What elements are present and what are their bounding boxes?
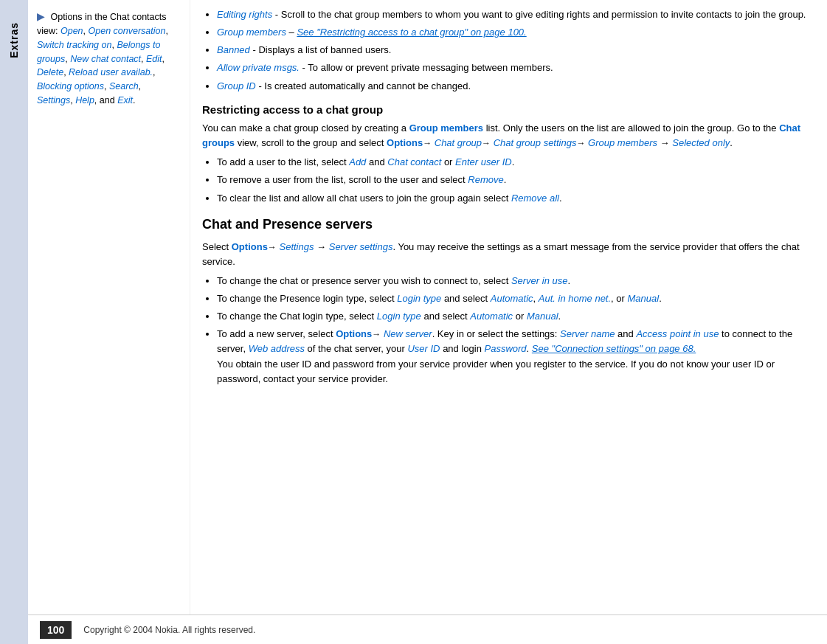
section1-heading: Restricting access to a chat group [202,101,812,118]
list-item-allow-private: Allow private msgs. - To allow or preven… [217,60,812,75]
link-blocking-options[interactable]: Blocking options [37,81,104,91]
section2-heading: Chat and Presence servers [202,215,812,235]
link-chat-group-settings[interactable]: Chat group settings [494,137,577,148]
link-server-name[interactable]: Server name [560,328,615,339]
link-options-2[interactable]: Options [232,241,268,252]
link-settings-nav[interactable]: Settings [279,241,314,252]
sidebar-label: Extras [8,22,20,58]
link-allow-private-msgs[interactable]: Allow private msgs. [217,62,300,73]
link-server-settings[interactable]: Server settings [329,241,393,252]
section2-bullet-2: To change the Presence login type, selec… [217,291,812,306]
page-footer: 100 Copyright © 2004 Nokia. All rights r… [28,614,827,644]
arrow-1: → [423,138,432,148]
content-area: ▶ Options in the Chat contacts view: Ope… [28,0,827,614]
link-help[interactable]: Help [75,95,94,105]
link-aut-in-home-net[interactable]: Aut. in home net. [539,293,611,304]
link-server-in-use[interactable]: Server in use [511,275,568,286]
section1-bullet-3: To clear the list and allow all chat use… [217,191,812,206]
section2-bullet-1: To change the chat or presence server yo… [217,274,812,288]
link-remove[interactable]: Remove [468,174,503,185]
arrow-3: → [576,138,585,148]
section1-para1: You can make a chat group closed by crea… [202,121,812,150]
link-edit[interactable]: Edit [146,54,162,64]
link-exit[interactable]: Exit [117,95,133,105]
link-group-members-bold[interactable]: Group members [409,122,483,134]
section1-bullets: To add a user to the list, select Add an… [217,155,812,205]
arrow-5: → [372,329,381,339]
link-group-members-nav[interactable]: Group members [588,137,657,148]
main-area: ▶ Options in the Chat contacts view: Ope… [28,0,827,644]
link-login-type-1[interactable]: Login type [397,293,441,304]
arrow-4: → [268,242,277,252]
link-user-id[interactable]: User ID [407,343,440,354]
link-editing-rights[interactable]: Editing rights [217,9,272,20]
bullet-list-1: Editing rights - Scroll to the chat grou… [217,7,812,94]
link-manual-1[interactable]: Manual [628,293,660,304]
link-manual-2[interactable]: Manual [527,311,558,322]
section1-bullet-2: To remove a user from the list, scroll t… [217,173,812,187]
section2-para1: Select Options→ Settings → Server settin… [202,240,812,269]
copyright-text: Copyright © 2004 Nokia. All rights reser… [83,625,255,635]
right-column: Editing rights - Scroll to the chat grou… [190,0,827,614]
list-item-group-id: Group ID - Is created automatically and … [217,79,812,94]
link-group-id[interactable]: Group ID [217,80,256,91]
link-web-address[interactable]: Web address [249,343,305,354]
section2-bullets: To change the chat or presence server yo… [217,274,812,387]
link-open-conversation[interactable]: Open conversation [89,26,166,36]
link-selected-only[interactable]: Selected only [672,137,730,148]
link-see-restricting[interactable]: See "Restricting access to a chat group"… [297,27,526,38]
link-login-type-2[interactable]: Login type [377,311,421,322]
link-options-1[interactable]: Options [387,137,423,148]
link-enter-user-id[interactable]: Enter user ID [455,156,512,167]
link-new-server[interactable]: New server [384,328,432,339]
link-automatic-2[interactable]: Automatic [470,311,513,322]
left-column: ▶ Options in the Chat contacts view: Ope… [28,0,190,614]
section2-bullet-4: To add a new server, select Options→ New… [217,327,812,387]
link-new-chat-contact[interactable]: New chat contact [70,54,141,64]
blue-arrow-icon: ▶ [37,10,45,22]
link-delete[interactable]: Delete [37,67,63,77]
link-settings[interactable]: Settings [37,95,70,105]
link-search[interactable]: Search [109,81,139,91]
link-see-connection-settings[interactable]: See "Connection settings" on page 68. [532,343,696,354]
link-remove-all[interactable]: Remove all [511,193,559,204]
link-open[interactable]: Open [60,26,83,36]
left-col-intro: ▶ Options in the Chat contacts view: Ope… [37,9,179,108]
link-chat-group[interactable]: Chat group [435,137,482,148]
list-item-banned: Banned - Displays a list of banned users… [217,43,812,58]
arrow-2: → [482,138,491,148]
page-number: 100 [40,621,72,639]
link-access-point-in-use[interactable]: Access point in use [636,328,719,339]
link-switch-tracking[interactable]: Switch tracking on [37,40,111,50]
link-chat-contact[interactable]: Chat contact [387,156,441,167]
link-reload-user[interactable]: Reload user availab. [69,67,153,77]
link-group-members-top[interactable]: Group members [217,27,286,38]
list-item-group-members: Group members – See "Restricting access … [217,25,812,40]
link-automatic-1[interactable]: Automatic [491,293,533,304]
section2-bullet-3: To change the Chat login type, select Lo… [217,309,812,324]
link-banned[interactable]: Banned [217,44,250,55]
sidebar: Extras [0,0,28,644]
link-options-3[interactable]: Options [336,328,372,339]
link-password[interactable]: Password [485,343,527,354]
section1-bullet-1: To add a user to the list, select Add an… [217,155,812,170]
list-item-editing-rights: Editing rights - Scroll to the chat grou… [217,7,812,22]
link-add[interactable]: Add [349,156,366,167]
